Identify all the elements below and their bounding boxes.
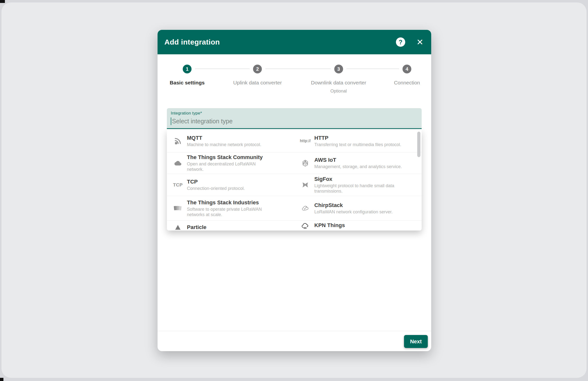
dropdown-row: MQTT Machine to machine network protocol… [167,130,422,152]
sigfox-butterfly-icon [300,182,311,189]
option-chirpstack[interactable]: ChirpStack LoRaWAN network configuration… [294,196,422,220]
dropdown-scrollbar[interactable] [417,132,420,157]
chirpstack-cloud-signal-icon [300,205,311,212]
option-title: KPN Things [314,222,345,229]
screen: Add integration ? ✕ 1 Basic settings 2 U… [0,0,588,381]
option-tcp[interactable]: TCP TCP Connection-oriented protocol. [167,174,294,196]
option-things-stack-industries[interactable]: The Things Stack Industries Software to … [167,196,294,220]
add-integration-dialog: Add integration ? ✕ 1 Basic settings 2 U… [158,30,431,351]
option-title: The Things Stack Industries [187,199,270,206]
option-mqtt[interactable]: MQTT Machine to machine network protocol… [167,130,294,152]
option-things-stack-community[interactable]: The Things Stack Community Open and dece… [167,152,294,174]
option-sigfox[interactable]: SigFox Lightweight protocol to handle sm… [294,174,422,196]
step-number-badge: 4 [402,65,411,73]
dialog-header: Add integration ? ✕ [158,30,431,54]
option-title: The Things Stack Community [187,154,270,161]
step-number-badge: 2 [253,65,262,73]
option-description: Lightweight protocol to handle small dat… [314,183,417,194]
step-basic-settings[interactable]: 1 Basic settings [170,65,205,86]
close-button[interactable]: ✕ [416,38,424,46]
option-title: Particle [187,224,207,230]
option-kpn-things[interactable]: KPN Things [294,221,422,230]
option-title: TCP [187,179,245,185]
screen-corner-artifact [0,378,3,381]
step-number-badge: 1 [183,65,191,73]
option-title: AWS IoT [314,157,402,163]
option-title: ChirpStack [314,202,393,209]
step-label: Downlink data converter [311,80,366,86]
step-label: Uplink data converter [233,80,282,86]
option-description: Open and decentralized LoRaWAN network. [187,161,270,172]
step-label: Basic settings [170,80,205,86]
option-description: Software to operate private LoRaWAN netw… [187,207,270,217]
option-particle[interactable]: Particle [167,221,294,230]
option-title: MQTT [187,135,261,141]
integration-type-field[interactable]: Integration type* Select integration typ… [167,108,422,129]
option-description: Connection-oriented protocol. [187,186,245,191]
next-button[interactable]: Next [404,335,428,348]
close-icon: ✕ [417,38,424,46]
option-description: Transferring text or multimedia files pr… [314,142,401,147]
step-optional-label: Optional [311,89,366,94]
step-uplink-data-converter[interactable]: 2 Uplink data converter [233,65,282,86]
screen-corner-artifact [0,0,5,3]
option-description: LoRaWAN network configuration server. [314,209,393,215]
aws-iot-hexagon-icon [300,160,311,167]
tcp-text-icon: TCP [172,182,184,188]
step-downlink-data-converter[interactable]: 3 Downlink data converter Optional [311,65,366,94]
option-http[interactable]: http:// HTTP Transferring text or multim… [294,130,422,152]
http-text-icon: http:// [300,139,311,143]
kpn-cloud-crown-icon [300,222,311,230]
step-connection[interactable]: 4 Connection [394,65,420,86]
cloud-icon [172,160,184,167]
mqtt-signal-icon [172,137,184,145]
option-description: Management, storage, and analytics servi… [314,164,402,169]
particle-triangle-icon [172,224,184,230]
dialog-title: Add integration [164,38,220,46]
layers-icon [172,205,184,212]
dropdown-row: TCP TCP Connection-oriented protocol. [167,174,422,196]
dropdown-row: The Things Stack Community Open and dece… [167,152,422,174]
option-aws-iot[interactable]: AWS IoT Management, storage, and analyti… [294,152,422,174]
dropdown-row: Particle KPN Things [167,220,422,230]
integration-type-label: Integration type* [171,111,418,116]
help-icon: ? [399,39,402,45]
step-number-badge: 3 [334,65,343,73]
option-title: HTTP [314,135,401,141]
footer-divider [158,331,431,331]
integration-type-placeholder: Select integration type [172,118,232,125]
step-label: Connection [394,80,420,86]
dropdown-row: The Things Stack Industries Software to … [167,196,422,220]
option-description: Machine to machine network protocol. [187,142,261,147]
option-title: SigFox [314,176,417,182]
integration-type-dropdown: MQTT Machine to machine network protocol… [167,130,422,230]
text-cursor [171,117,171,125]
help-button[interactable]: ? [396,38,405,47]
